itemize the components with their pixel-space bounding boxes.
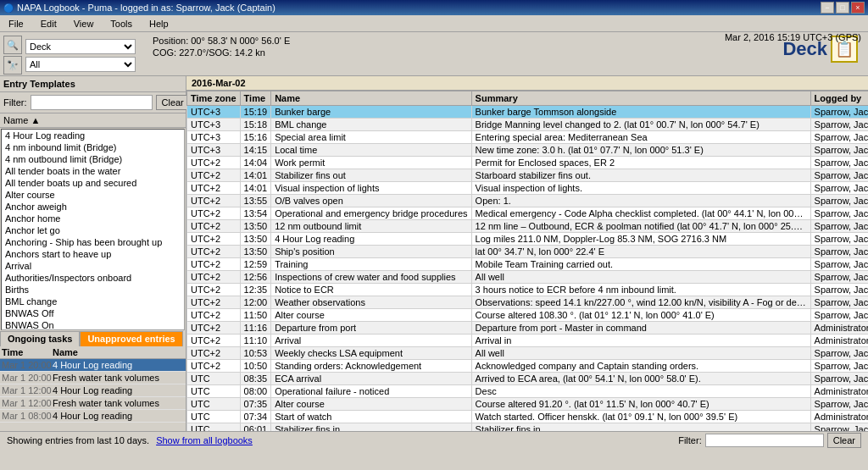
- table-row[interactable]: UTC+3 15:16 Special area limit Entering …: [187, 131, 869, 144]
- table-row[interactable]: UTC+2 13:50 4 Hour Log reading Log miles…: [187, 233, 869, 246]
- name-column-header: Name ▲: [3, 115, 40, 125]
- template-item[interactable]: 4 Hour Log reading: [2, 130, 184, 141]
- minimize-button[interactable]: −: [821, 2, 834, 14]
- table-cell-name: Training: [271, 258, 471, 271]
- table-row[interactable]: UTC 08:00 Operational failure - noticed …: [187, 385, 869, 398]
- template-item[interactable]: Anchoring - Ship has been brought up: [2, 236, 184, 248]
- table-row[interactable]: UTC+2 14:01 Stabilizer fins out Starboar…: [187, 169, 869, 182]
- table-row[interactable]: UTC+2 14:01 Visual inspection of lights …: [187, 182, 869, 195]
- table-cell-logged-by: Administrator (Adminis...: [810, 411, 868, 423]
- table-cell-tz: UTC+2: [187, 347, 241, 360]
- show-all-link[interactable]: Show from all logbooks: [156, 435, 253, 445]
- table-cell-tz: UTC+2: [187, 360, 241, 373]
- table-cell-tz: UTC+3: [187, 131, 241, 144]
- template-item[interactable]: BML change: [2, 296, 184, 307]
- template-item[interactable]: 4 nm inbound limit (Bridge): [2, 141, 184, 153]
- table-row[interactable]: UTC+2 10:50 Standing orders: Acknowledge…: [187, 360, 869, 373]
- table-row[interactable]: UTC 07:35 Alter course Course altered 91…: [187, 398, 869, 411]
- filter-bottom-input[interactable]: [705, 434, 824, 447]
- table-cell-summary: Log miles 211.0 NM, Doppler-Log 85.3 NM,…: [471, 233, 810, 246]
- template-item[interactable]: Alter course: [2, 189, 184, 201]
- table-cell-time: 08:00: [240, 385, 271, 398]
- table-cell-summary: Course altered 108.30 °. (lat 01° 12.1' …: [471, 309, 810, 322]
- table-row[interactable]: UTC 08:35 ECA arrival Arrived to ECA are…: [187, 373, 869, 385]
- ongoing-row[interactable]: Mar 1 08:004 Hour Log reading: [0, 410, 186, 423]
- template-item[interactable]: Arrival: [2, 260, 184, 272]
- table-row[interactable]: UTC+2 12:59 Training Mobile Team Trainin…: [187, 258, 869, 271]
- table-row[interactable]: UTC+3 15:18 BML change Bridge Manning le…: [187, 119, 869, 131]
- th-logged-by: Logged by: [810, 91, 868, 106]
- filter-bottom-clear[interactable]: Clear: [827, 433, 861, 448]
- template-item[interactable]: Anchor aweigh: [2, 201, 184, 213]
- table-row[interactable]: UTC+2 10:53 Weekly checks LSA equipment …: [187, 347, 869, 360]
- menu-edit[interactable]: Edit: [36, 17, 62, 30]
- template-item[interactable]: All tender boats in the water: [2, 165, 184, 177]
- table-row[interactable]: UTC 07:34 Start of watch Watch started. …: [187, 411, 869, 423]
- table-cell-name: Standing orders: Acknowledgement: [271, 360, 471, 373]
- menu-help[interactable]: Help: [144, 17, 174, 30]
- ongoing-row[interactable]: Mar 1 12:004 Hour Log reading: [0, 384, 186, 397]
- entry-templates-header: Entry Templates: [0, 76, 186, 92]
- table-cell-name: Local time: [271, 144, 471, 157]
- table-row[interactable]: UTC+3 15:19 Bunker barge Bunker barge To…: [187, 106, 869, 119]
- table-row[interactable]: UTC+3 14:15 Local time New time zone: 3.…: [187, 144, 869, 157]
- ongoing-time-header: Time: [2, 347, 53, 357]
- table-row[interactable]: UTC+2 12:35 Notice to ECR 3 hours notice…: [187, 284, 869, 296]
- table-row[interactable]: UTC+2 11:16 Departure from port Departur…: [187, 322, 869, 335]
- table-cell-time: 11:50: [240, 309, 271, 322]
- template-item[interactable]: Births: [2, 284, 184, 296]
- table-row[interactable]: UTC+2 11:50 Alter course Course altered …: [187, 309, 869, 322]
- filter-input[interactable]: [31, 95, 153, 110]
- table-row[interactable]: UTC+2 13:55 O/B valves open Open: 1. Spa…: [187, 195, 869, 207]
- table-cell-name: Alter course: [271, 398, 471, 411]
- table-cell-time: 12:35: [240, 284, 271, 296]
- table-cell-summary: Open: 1.: [471, 195, 810, 207]
- ongoing-row[interactable]: Mar 1 20:00Fresh water tank volumes: [0, 372, 186, 384]
- title-bar: 🔵 NAPA Logbook - Puma - logged in as: Sp…: [0, 0, 868, 15]
- templates-list[interactable]: 4 Hour Log reading4 nm inbound limit (Br…: [1, 129, 185, 330]
- table-cell-tz: UTC: [187, 411, 241, 423]
- table-row[interactable]: UTC+2 12:00 Weather observations Observa…: [187, 296, 869, 309]
- table-row[interactable]: UTC+2 14:04 Work permit Permit for Enclo…: [187, 157, 869, 169]
- template-item[interactable]: BNWAS Off: [2, 307, 184, 319]
- vessel-filter-select[interactable]: All: [25, 57, 136, 72]
- log-table-container[interactable]: Time zone Time Name Summary Logged by At…: [186, 91, 868, 431]
- menu-tools[interactable]: Tools: [105, 17, 137, 30]
- menu-bar: File Edit View Tools Help: [0, 15, 868, 32]
- right-panel: 2016-Mar-02 Time zone Time Name Summary …: [186, 76, 868, 431]
- vessel-type-select[interactable]: Deck: [25, 39, 136, 54]
- template-item[interactable]: Anchors start to heave up: [2, 248, 184, 260]
- table-row[interactable]: UTC+2 11:10 Arrival Arrival in Administr…: [187, 335, 869, 347]
- menu-view[interactable]: View: [69, 17, 99, 30]
- cog-text: COG: 227.0°/SOG: 14.2 kn: [153, 47, 290, 58]
- tab-ongoing-tasks[interactable]: Ongoing tasks: [0, 331, 80, 346]
- table-cell-summary: Arrived to ECA area, (lat 00° 54.1' N, l…: [471, 373, 810, 385]
- maximize-button[interactable]: □: [836, 2, 849, 14]
- filter-clear-button[interactable]: Clear: [156, 95, 190, 110]
- ongoing-row[interactable]: Mar 1 20:004 Hour Log reading: [0, 359, 186, 372]
- template-item[interactable]: All tender boats up and secured: [2, 177, 184, 189]
- table-row[interactable]: UTC+2 13:54 Operational and emergency br…: [187, 207, 869, 220]
- ongoing-row[interactable]: Mar 1 12:00Fresh water tank volumes: [0, 397, 186, 410]
- template-item[interactable]: Anchor let go: [2, 224, 184, 236]
- table-row[interactable]: UTC+2 13:50 12 nm outbound limit 12 nm l…: [187, 220, 869, 233]
- template-item[interactable]: 4 nm outbound limit (Bridge): [2, 153, 184, 165]
- table-row[interactable]: UTC+2 12:56 Inspections of crew water an…: [187, 271, 869, 284]
- filter-bottom: Filter: Clear: [678, 433, 861, 448]
- close-button[interactable]: ×: [851, 2, 865, 14]
- table-cell-name: BML change: [271, 119, 471, 131]
- table-cell-time: 11:10: [240, 335, 271, 347]
- table-cell-summary: Starboard stabilizer fins out.: [471, 169, 810, 182]
- menu-file[interactable]: File: [3, 17, 29, 30]
- template-item[interactable]: Anchor home: [2, 213, 184, 224]
- th-time: Time: [240, 91, 271, 106]
- table-row[interactable]: UTC+2 13:50 Ship's position lat 00° 34.7…: [187, 246, 869, 258]
- th-name: Name: [271, 91, 471, 106]
- table-cell-tz: UTC+2: [187, 258, 241, 271]
- table-row[interactable]: UTC 06:01 Stabilizer fins in Stabilizer …: [187, 423, 869, 432]
- filter-label: Filter:: [3, 97, 27, 108]
- table-cell-tz: UTC+2: [187, 233, 241, 246]
- template-item[interactable]: BNWAS On: [2, 319, 184, 330]
- tab-unapproved-entries[interactable]: Unapproved entries: [80, 331, 182, 346]
- template-item[interactable]: Authorities/Inspectors onboard: [2, 272, 184, 284]
